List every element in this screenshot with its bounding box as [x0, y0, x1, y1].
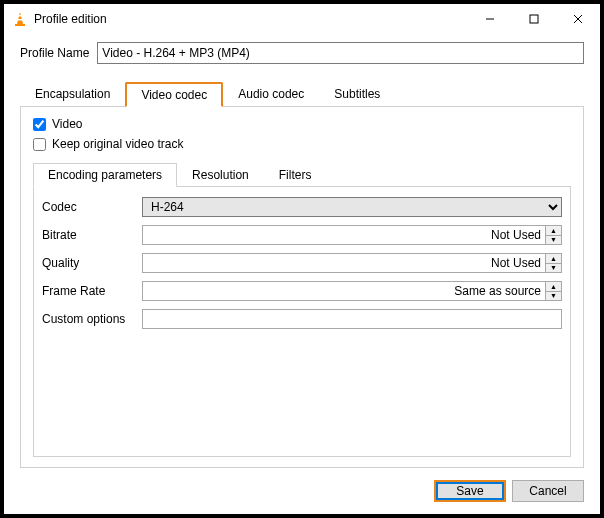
minimize-button[interactable] — [468, 4, 512, 34]
framerate-label: Frame Rate — [42, 284, 138, 298]
subtab-filters[interactable]: Filters — [264, 163, 327, 187]
video-checkbox-label: Video — [52, 117, 82, 131]
title-bar: Profile edition — [4, 4, 600, 34]
tab-subtitles[interactable]: Subtitles — [319, 82, 395, 107]
custom-row: Custom options — [42, 309, 562, 329]
quality-label: Quality — [42, 256, 138, 270]
svg-rect-5 — [530, 15, 538, 23]
dialog-window: Profile edition Profile Name Encapsulati… — [4, 4, 600, 514]
bitrate-label: Bitrate — [42, 228, 138, 242]
subtab-resolution[interactable]: Resolution — [177, 163, 264, 187]
svg-rect-2 — [18, 15, 22, 17]
tab-audio-codec[interactable]: Audio codec — [223, 82, 319, 107]
profile-name-row: Profile Name — [20, 42, 584, 64]
bitrate-input[interactable] — [142, 225, 546, 245]
codec-label: Codec — [42, 200, 138, 214]
video-checkbox-row: Video — [33, 117, 571, 131]
video-checkbox[interactable] — [33, 118, 46, 131]
video-codec-panel: Video Keep original video track Encoding… — [20, 107, 584, 468]
framerate-input[interactable] — [142, 281, 546, 301]
framerate-spin-down[interactable]: ▼ — [546, 292, 561, 301]
window-controls — [468, 4, 600, 34]
sub-tabs: Encoding parameters Resolution Filters — [33, 163, 571, 187]
maximize-button[interactable] — [512, 4, 556, 34]
quality-spin-up[interactable]: ▲ — [546, 254, 561, 264]
quality-row: Quality ▲▼ — [42, 253, 562, 273]
svg-marker-0 — [17, 12, 23, 24]
svg-rect-1 — [15, 24, 25, 26]
subtab-encoding[interactable]: Encoding parameters — [33, 163, 177, 187]
keep-original-checkbox[interactable] — [33, 138, 46, 151]
encoding-subpanel: Codec H-264 Bitrate ▲▼ Quality — [33, 187, 571, 457]
save-button[interactable]: Save — [434, 480, 506, 502]
bitrate-row: Bitrate ▲▼ — [42, 225, 562, 245]
vlc-cone-icon — [12, 11, 28, 27]
dialog-content: Profile Name Encapsulation Video codec A… — [4, 34, 600, 514]
close-button[interactable] — [556, 4, 600, 34]
profile-name-input[interactable] — [97, 42, 584, 64]
tab-encapsulation[interactable]: Encapsulation — [20, 82, 125, 107]
quality-input[interactable] — [142, 253, 546, 273]
quality-spin-down[interactable]: ▼ — [546, 264, 561, 273]
window-title: Profile edition — [34, 12, 468, 26]
codec-row: Codec H-264 — [42, 197, 562, 217]
keep-original-label: Keep original video track — [52, 137, 183, 151]
framerate-spin-up[interactable]: ▲ — [546, 282, 561, 292]
custom-options-input[interactable] — [142, 309, 562, 329]
bitrate-spin-down[interactable]: ▼ — [546, 236, 561, 245]
svg-rect-3 — [18, 19, 23, 21]
main-tabs: Encapsulation Video codec Audio codec Su… — [20, 82, 584, 107]
keep-original-row: Keep original video track — [33, 137, 571, 151]
tab-video-codec[interactable]: Video codec — [125, 82, 223, 107]
cancel-button[interactable]: Cancel — [512, 480, 584, 502]
custom-label: Custom options — [42, 312, 138, 326]
dialog-footer: Save Cancel — [20, 468, 584, 502]
bitrate-spin-up[interactable]: ▲ — [546, 226, 561, 236]
framerate-row: Frame Rate ▲▼ — [42, 281, 562, 301]
codec-select[interactable]: H-264 — [142, 197, 562, 217]
profile-name-label: Profile Name — [20, 46, 89, 60]
